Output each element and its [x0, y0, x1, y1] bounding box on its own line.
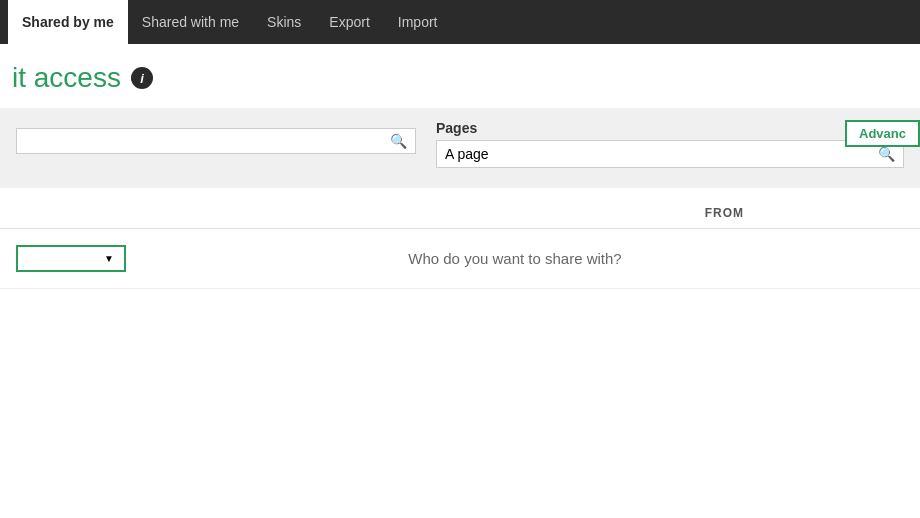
search-section: 🔍 — [16, 120, 416, 154]
dropdown-arrow-icon: ▼ — [104, 253, 114, 264]
nav-tab-import[interactable]: Import — [384, 0, 452, 44]
search-input[interactable] — [25, 133, 390, 149]
nav-tab-skins[interactable]: Skins — [253, 0, 315, 44]
table-header: FROM — [0, 198, 920, 229]
share-area: FROM ▼ Who do you want to share with? — [0, 198, 920, 289]
pages-section: Pages 🔍 — [436, 120, 904, 168]
nav-tab-shared-with-me[interactable]: Shared with me — [128, 0, 253, 44]
share-row: ▼ Who do you want to share with? — [0, 229, 920, 289]
share-placeholder-text: Who do you want to share with? — [126, 250, 904, 267]
pages-label: Pages — [436, 120, 904, 136]
share-dropdown[interactable]: ▼ — [16, 245, 126, 272]
info-icon[interactable]: i — [131, 67, 153, 89]
page-title: it access — [12, 62, 121, 94]
advanced-button[interactable]: Advanc — [845, 120, 920, 147]
filter-area: 🔍 Pages 🔍 Advanc — [0, 108, 920, 188]
nav-bar: Shared by me Shared with me Skins Export… — [0, 0, 920, 44]
pages-input-wrap: 🔍 — [436, 140, 904, 168]
search-input-wrap: 🔍 — [16, 128, 416, 154]
page-heading: it access i — [0, 44, 920, 108]
nav-tab-shared-by-me[interactable]: Shared by me — [8, 0, 128, 44]
pages-input[interactable] — [437, 141, 870, 167]
nav-tab-export[interactable]: Export — [315, 0, 383, 44]
search-icon[interactable]: 🔍 — [390, 133, 407, 149]
from-column-header: FROM — [705, 206, 744, 220]
